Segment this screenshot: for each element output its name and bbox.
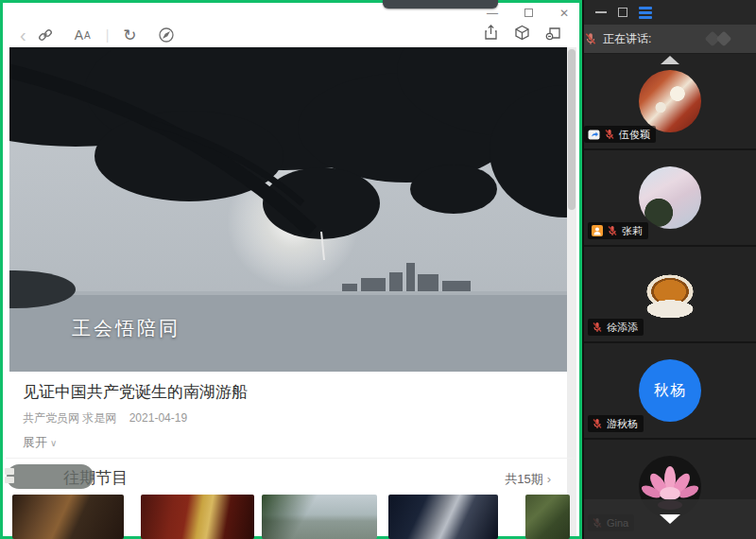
participant-name: 游秋杨 — [607, 417, 638, 431]
floating-widget-pill[interactable] — [7, 464, 94, 489]
avatar — [639, 263, 701, 325]
scroll-down-icon[interactable] — [660, 514, 680, 524]
font-size-icon[interactable]: AA — [75, 27, 92, 43]
participant-name-chip: 徐添添 — [588, 319, 644, 336]
episode-thumbnail-gold-book[interactable] — [141, 495, 254, 539]
article-date: 2021-04-19 — [129, 411, 187, 425]
article-meta: 共产党员网 求是网 2021-04-19 — [23, 410, 187, 426]
refresh-icon[interactable]: ↻ — [123, 26, 136, 45]
article-source: 共产党员网 求是网 — [23, 411, 116, 425]
avatar — [639, 166, 701, 229]
page-scrollbar[interactable] — [567, 47, 576, 536]
participant-tile[interactable]: 张莉 — [584, 150, 756, 247]
meeting-panel: 正在讲话: 伍俊颖 — [584, 0, 756, 539]
participant-name-chip: 张莉 — [588, 222, 648, 239]
mic-muted-icon — [607, 225, 618, 236]
grid-handle-icon[interactable] — [5, 468, 16, 485]
close-button[interactable]: ✕ — [557, 7, 572, 20]
link-icon[interactable] — [37, 26, 54, 43]
panel-minimize-icon[interactable] — [595, 11, 607, 13]
browser-toolbar: ‹ AA | ↻ — [3, 20, 579, 50]
screen-share-tab[interactable] — [383, 0, 498, 9]
episode-thumbnail-artifact[interactable] — [388, 495, 498, 539]
episode-thumbnail-statue[interactable] — [12, 495, 124, 539]
screen-share-icon — [588, 130, 600, 140]
window-controls: — ✕ — [485, 7, 572, 20]
participant-tile[interactable]: 徐添添 — [584, 247, 756, 343]
back-icon[interactable]: ‹ — [20, 26, 26, 43]
panel-topbar — [584, 0, 756, 25]
maximize-icon — [524, 9, 533, 17]
maximize-button[interactable] — [521, 7, 536, 20]
shared-browser-window: — ✕ ‹ AA | ↻ — [0, 0, 582, 539]
participant-tile[interactable]: 秋杨 游秋杨 — [584, 343, 756, 440]
scroll-up-icon[interactable] — [661, 56, 679, 64]
chevron-right-icon: › — [547, 472, 551, 486]
expand-button[interactable]: 展开∨ — [23, 434, 57, 451]
cube-icon[interactable] — [513, 24, 531, 45]
mic-muted-icon — [592, 418, 603, 429]
episodes-count-link[interactable]: 共15期› — [505, 471, 551, 488]
panel-restore-icon[interactable] — [618, 8, 627, 17]
participant-name: 张莉 — [622, 224, 643, 238]
speaking-label: 正在讲话: — [603, 31, 651, 47]
screen: — ✕ ‹ AA | ↻ — [0, 0, 756, 539]
minimize-button[interactable]: — — [485, 7, 500, 20]
participant-name: 伍俊颖 — [619, 128, 650, 142]
avatar-initials: 秋杨 — [654, 381, 686, 401]
scrollbar-thumb[interactable] — [568, 49, 576, 210]
meeting-logo-icon — [703, 31, 741, 46]
participant-tile[interactable]: 伍俊颖 — [584, 54, 756, 150]
mic-muted-icon — [592, 322, 603, 333]
video-subtitle: 王会悟陪同 — [72, 316, 180, 341]
participant-name: 徐添添 — [607, 321, 638, 335]
article-title: 见证中国共产党诞生的南湖游船 — [23, 381, 248, 403]
speaking-bar: 正在讲话: — [584, 25, 756, 53]
episode-thumbnail-trees[interactable] — [525, 495, 570, 539]
popup-window-icon[interactable] — [544, 24, 562, 45]
participant-name-chip: 伍俊颖 — [584, 126, 656, 143]
host-icon — [592, 225, 603, 236]
avatar: 秋杨 — [639, 359, 701, 422]
video-player[interactable]: 王会悟陪同 — [9, 47, 570, 372]
divider — [6, 458, 573, 459]
share-page-icon[interactable] — [482, 24, 500, 45]
participant-name-chip: 游秋杨 — [588, 415, 644, 432]
chevron-down-icon: ∨ — [50, 438, 57, 448]
mic-muted-icon — [584, 32, 597, 45]
toolbar-separator: | — [106, 27, 110, 43]
mic-muted-icon — [604, 129, 615, 140]
panel-bottom-bar — [584, 499, 756, 539]
compass-icon[interactable] — [158, 26, 175, 43]
avatar — [639, 70, 701, 132]
episode-thumbnail-lake-boat[interactable] — [262, 495, 377, 539]
panel-menu-icon[interactable] — [639, 5, 652, 21]
